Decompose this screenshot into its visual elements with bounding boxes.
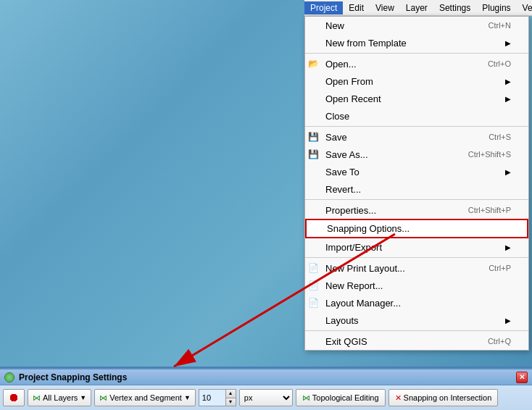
menu-item-plugins[interactable]: Plugins (476, 1, 516, 14)
snapping-enable-icon: ⏺ (8, 391, 20, 404)
spin-down-button[interactable]: ▾ (226, 398, 236, 406)
menu-item-revert[interactable]: Revert... (305, 180, 528, 198)
spin-buttons: ▴ ▾ (225, 390, 236, 406)
topological-label: Topological Editing (312, 393, 379, 402)
project-dropdown-menu: New Ctrl+N New from Template ▶ 📂 Open...… (304, 16, 529, 351)
submenu-arrow: ▶ (505, 39, 511, 47)
enable-snapping-button[interactable]: ⏺ (3, 389, 25, 406)
print-layout-icon: 📄 (308, 263, 319, 273)
menu-item-layouts[interactable]: Layouts ▶ (305, 311, 528, 329)
unit-select[interactable]: px map units (239, 389, 293, 406)
save-as-icon: 💾 (308, 149, 319, 159)
menu-item-properties[interactable]: Properties... Ctrl+Shift+P (305, 201, 528, 219)
spin-up-button[interactable]: ▴ (226, 390, 236, 398)
vertex-dropdown-arrow: ▼ (184, 394, 191, 401)
menu-item-view[interactable]: View (370, 1, 400, 14)
save-icon: 💾 (308, 132, 319, 142)
submenu-arrow: ▶ (505, 243, 511, 251)
tolerance-input-wrap: 10 ▴ ▾ (199, 389, 236, 406)
menu-item-open-from[interactable]: Open From ▶ (305, 72, 528, 90)
snapping-title-group: Project Snapping Settings (4, 372, 127, 382)
topo-icon: ⋈ (302, 393, 310, 403)
menu-item-new[interactable]: New Ctrl+N (305, 17, 528, 34)
report-icon: 📄 (308, 280, 319, 290)
menu-item-import-export[interactable]: Import/Export ▶ (305, 238, 528, 256)
intersection-icon: ✕ (395, 393, 402, 403)
menu-item-new-report[interactable]: 📄 New Report... (305, 277, 528, 294)
all-layers-dropdown-arrow: ▼ (80, 394, 86, 401)
layers-icon: ⋈ (33, 393, 41, 403)
vertex-icon: ⋈ (99, 393, 107, 403)
submenu-arrow: ▶ (505, 317, 511, 325)
separator (305, 199, 528, 200)
vertex-segment-button[interactable]: ⋈ Vertex and Segment ▼ (94, 389, 196, 406)
menu-item-edit[interactable]: Edit (343, 1, 370, 14)
separator (305, 330, 528, 331)
menu-item-open[interactable]: 📂 Open... Ctrl+O (305, 55, 528, 72)
menu-item-layout-manager[interactable]: 📄 Layout Manager... (305, 294, 528, 311)
all-layers-label: All Layers (43, 393, 78, 402)
menu-item-layer[interactable]: Layer (400, 1, 433, 14)
snapping-titlebar: Project Snapping Settings ✕ (0, 369, 532, 385)
submenu-arrow: ▶ (505, 168, 511, 176)
snapping-close-button[interactable]: ✕ (516, 372, 528, 383)
separator (305, 257, 528, 258)
snapping-title-icon (4, 372, 14, 382)
open-icon: 📂 (308, 59, 319, 69)
intersection-label: Snapping on Intersection (404, 393, 492, 402)
separator (305, 53, 528, 54)
menu-item-project[interactable]: Project (304, 1, 343, 14)
submenu-arrow: ▶ (505, 78, 511, 85)
menu-item-save[interactable]: 💾 Save Ctrl+S (305, 128, 528, 146)
menu-item-save-to[interactable]: Save To ▶ (305, 163, 528, 180)
menu-bar: Project Edit View Layer Settings Plugins… (304, 0, 532, 16)
snapping-intersection-button[interactable]: ✕ Snapping on Intersection (388, 389, 499, 406)
menu-item-new-print-layout[interactable]: 📄 New Print Layout... Ctrl+P (305, 259, 528, 277)
topological-editing-button[interactable]: ⋈ Topological Editing (296, 389, 386, 406)
menu-item-snapping-options[interactable]: Snapping Options... (305, 219, 528, 238)
tolerance-input[interactable]: 10 (199, 390, 225, 406)
snapping-toolbar: Project Snapping Settings ✕ ⏺ ⋈ All Laye… (0, 368, 532, 410)
vertex-segment-label: Vertex and Segment (109, 393, 182, 402)
submenu-arrow: ▶ (505, 95, 511, 103)
layout-manager-icon: 📄 (308, 298, 319, 308)
menu-item-save-as[interactable]: 💾 Save As... Ctrl+Shift+S (305, 146, 528, 163)
menu-item-new-template[interactable]: New from Template ▶ (305, 34, 528, 51)
snapping-title-text: Project Snapping Settings (19, 372, 127, 382)
all-layers-button[interactable]: ⋈ All Layers ▼ (28, 389, 91, 406)
menu-item-exit[interactable]: Exit QGIS Ctrl+Q (305, 332, 528, 350)
menu-item-settings[interactable]: Settings (433, 1, 476, 14)
separator (305, 126, 528, 127)
menu-item-vec[interactable]: Vec (517, 1, 532, 14)
snapping-controls: ⏺ ⋈ All Layers ▼ ⋈ Vertex and Segment ▼ … (0, 385, 532, 410)
menu-item-open-recent[interactable]: Open Recent ▶ (305, 90, 528, 107)
menu-item-close[interactable]: Close (305, 107, 528, 125)
